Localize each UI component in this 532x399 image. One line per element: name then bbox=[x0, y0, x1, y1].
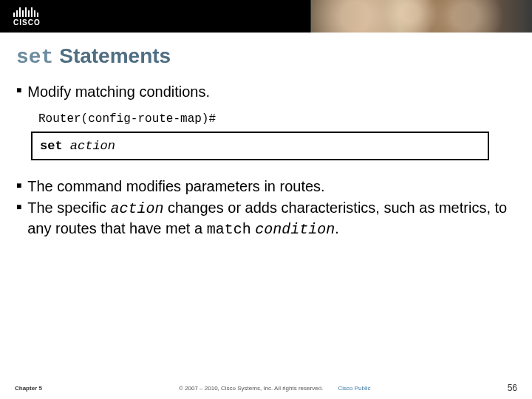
description-block: ■ The command modifies parameters in rou… bbox=[16, 177, 516, 239]
bullet-modify: ■ Modify matching conditions. bbox=[16, 82, 516, 102]
bullet-text: Modify matching conditions. bbox=[27, 82, 210, 102]
command-arg: action bbox=[70, 139, 115, 153]
slide-content: set Statements ■ Modify matching conditi… bbox=[0, 33, 532, 239]
bullet-icon: ■ bbox=[16, 198, 21, 239]
command-box: set action bbox=[31, 132, 489, 160]
title-keyword: set bbox=[16, 46, 53, 69]
command-keyword: set bbox=[40, 139, 63, 153]
brand-logo: CISCO bbox=[0, 7, 41, 27]
code-action: action bbox=[111, 200, 164, 217]
brand-text: CISCO bbox=[13, 18, 41, 27]
code-condition: condition bbox=[255, 221, 335, 238]
title-rest: Statements bbox=[59, 44, 171, 67]
footer-page: 56 bbox=[508, 383, 517, 393]
header-bar: CISCO bbox=[0, 0, 532, 33]
footer-copyright: © 2007 – 2010, Cisco Systems, Inc. All r… bbox=[179, 385, 323, 392]
footer-classification: Cisco Public bbox=[338, 385, 371, 392]
cli-prompt: Router(config-route-map)# bbox=[38, 112, 516, 126]
bullet-icon: ■ bbox=[16, 82, 21, 102]
header-photo-strip bbox=[310, 0, 532, 33]
footer-center: © 2007 – 2010, Cisco Systems, Inc. All r… bbox=[42, 385, 508, 392]
bullet-desc-2: ■ The specific action changes or adds ch… bbox=[16, 198, 516, 239]
bullet-desc-1: ■ The command modifies parameters in rou… bbox=[16, 177, 516, 197]
desc-text-1: The command modifies parameters in route… bbox=[27, 177, 324, 197]
footer-chapter: Chapter 5 bbox=[15, 385, 42, 392]
code-match: match bbox=[207, 221, 251, 238]
slide-title: set Statements bbox=[16, 44, 516, 69]
desc-text-2: The specific action changes or adds char… bbox=[27, 198, 516, 239]
footer: Chapter 5 © 2007 – 2010, Cisco Systems, … bbox=[0, 383, 532, 393]
logo-bars-icon bbox=[13, 7, 41, 17]
bullet-icon: ■ bbox=[16, 177, 21, 197]
